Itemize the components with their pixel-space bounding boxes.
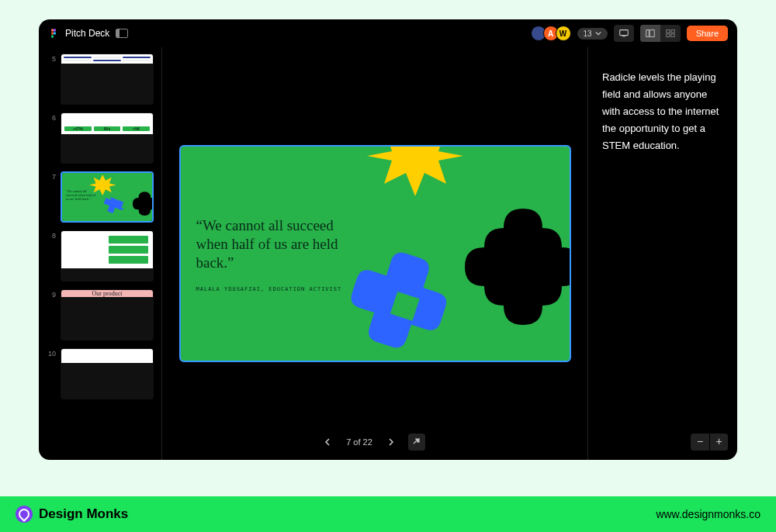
thumbnail-row: 9 Our product: [47, 289, 154, 340]
canvas[interactable]: “We cannot all succeed when half of us a…: [162, 47, 587, 460]
hash-shape-icon: [328, 240, 499, 362]
zoom-in-button[interactable]: +: [709, 434, 728, 451]
svg-point-3: [54, 32, 57, 35]
svg-rect-8: [650, 30, 654, 37]
panel-toggle-icon[interactable]: [116, 29, 128, 38]
extra-count: 13: [584, 29, 592, 38]
titlebar-left: Pitch Deck: [48, 28, 128, 39]
thumb-number: 6: [47, 112, 56, 122]
share-button[interactable]: Share: [687, 26, 728, 41]
titlebar-right: A W 13 Share: [531, 25, 728, 42]
next-slide-button[interactable]: [386, 438, 394, 446]
slide-thumbnail[interactable]: [61, 230, 154, 282]
slide-thumbnail[interactable]: +47%96x>5K: [61, 112, 154, 164]
presentation-app-window: Pitch Deck A W 13: [39, 19, 737, 460]
app-logo-icon[interactable]: [48, 28, 59, 39]
thumb-number: 9: [47, 289, 56, 299]
thumbnail-row: 7 "We cannot all succeed when half of us…: [47, 171, 154, 223]
extra-collaborators-pill[interactable]: 13: [577, 28, 608, 40]
view-mode-group: [640, 25, 681, 42]
slide-attribution: MALALA YOUSAFZAI, EDUCATION ACTIVIST: [196, 286, 342, 292]
speaker-notes-panel[interactable]: Radicle levels the playing field and all…: [588, 47, 737, 460]
svg-rect-7: [646, 30, 649, 37]
thumb-number: 7: [47, 171, 56, 181]
app-body: 5 6 +47%96x>5K 7: [39, 47, 737, 460]
thumb-number: 5: [47, 54, 56, 63]
svg-rect-12: [671, 34, 674, 37]
slide-thumbnail[interactable]: [61, 54, 154, 105]
slide-quote-text: “We cannot all succeed when half of us a…: [196, 216, 344, 271]
gear-shape-icon: [179, 145, 320, 209]
present-mode-button[interactable]: [614, 25, 634, 42]
svg-rect-9: [666, 30, 669, 33]
svg-rect-10: [671, 30, 674, 33]
footer-brand-bar: Design Monks www.designmonks.co: [0, 496, 776, 532]
brand-url: www.designmonks.co: [656, 508, 760, 520]
page-indicator: 7 of 22: [346, 437, 372, 447]
thumb-number: 10: [47, 348, 56, 358]
svg-rect-4: [51, 35, 54, 38]
collaborator-avatars: A W: [531, 26, 571, 41]
svg-rect-2: [51, 32, 54, 35]
slide-thumbnail[interactable]: Our product: [61, 289, 154, 340]
speaker-notes-text[interactable]: Radicle levels the playing field and all…: [602, 69, 723, 154]
avatar[interactable]: W: [556, 26, 571, 41]
thumbnail-row: 8: [47, 230, 154, 282]
current-slide[interactable]: “We cannot all succeed when half of us a…: [179, 145, 571, 362]
thumbnail-row: 5: [47, 54, 154, 105]
stage-footer: 7 of 22: [162, 434, 587, 451]
thumb-number: 8: [47, 230, 56, 240]
thumbnail-row: 10: [47, 348, 154, 399]
svg-rect-0: [51, 29, 54, 32]
prev-slide-button[interactable]: [324, 438, 332, 446]
zoom-controls: − +: [691, 434, 728, 451]
slide-thumbnail[interactable]: [61, 348, 154, 399]
titlebar: Pitch Deck A W 13: [39, 19, 737, 47]
slide-thumbnail-selected[interactable]: "We cannot all succeed when half of us a…: [61, 171, 154, 223]
brand-logo-icon: [16, 506, 33, 523]
svg-rect-11: [666, 34, 669, 37]
svg-rect-1: [54, 29, 56, 32]
grid-view-button[interactable]: [660, 25, 681, 42]
thumbnail-rail[interactable]: 5 6 +47%96x>5K 7: [39, 47, 161, 460]
document-title[interactable]: Pitch Deck: [65, 28, 109, 39]
slide-stage: “We cannot all succeed when half of us a…: [162, 47, 587, 460]
svg-rect-5: [619, 30, 628, 36]
zoom-out-button[interactable]: −: [691, 434, 709, 451]
chevron-down-icon: [595, 30, 601, 36]
enter-presentation-button[interactable]: [408, 434, 425, 451]
thumbnail-row: 6 +47%96x>5K: [47, 112, 154, 164]
panel-view-button[interactable]: [640, 25, 660, 42]
brand-left: Design Monks: [16, 506, 128, 523]
brand-name: Design Monks: [39, 506, 128, 522]
svg-rect-6: [622, 36, 625, 37]
